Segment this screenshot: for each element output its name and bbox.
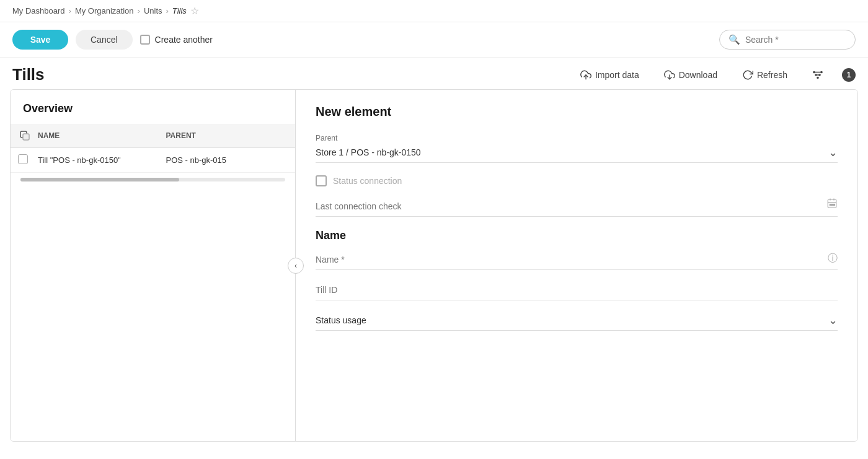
breadcrumb-current: Tills: [172, 6, 187, 15]
till-id-field[interactable]: [316, 282, 838, 300]
status-connection-row: Status connection: [316, 175, 838, 186]
svg-rect-16: [830, 204, 831, 206]
import-icon: [580, 69, 591, 81]
overview-title: Overview: [11, 90, 295, 124]
breadcrumb-dashboard[interactable]: My Dashboard: [12, 6, 65, 15]
horizontal-scrollbar[interactable]: [20, 178, 285, 181]
parent-label: Parent: [316, 134, 838, 142]
table-row: Till "POS - nb-gk-0150" POS - nb-gk-015: [11, 148, 295, 173]
parent-field[interactable]: Parent Store 1 / POS - nb-gk-0150 ⌄: [316, 134, 838, 163]
status-usage-value: Status usage: [316, 313, 366, 328]
main-content: Overview NAME PARENT Till "POS - nb-gk-0…: [10, 89, 858, 442]
overview-panel: Overview NAME PARENT Till "POS - nb-gk-0…: [11, 90, 296, 441]
status-usage-chevron-icon: ⌄: [828, 313, 838, 327]
filter-badge: 1: [842, 68, 856, 82]
download-button[interactable]: Download: [658, 66, 724, 84]
top-bar: My Dashboard › My Organization › Units ›…: [0, 0, 868, 22]
download-icon: [664, 69, 675, 81]
create-another-label[interactable]: Create another: [140, 35, 213, 45]
row-checkbox[interactable]: [18, 154, 28, 164]
svg-point-6: [821, 71, 822, 72]
breadcrumb: My Dashboard › My Organization › Units ›…: [12, 5, 199, 17]
import-data-button[interactable]: Import data: [574, 66, 645, 84]
header-actions: Import data Download Refresh: [574, 66, 856, 84]
refresh-button[interactable]: Refresh: [736, 66, 794, 84]
row-name: Till "POS - nb-gk-0150": [38, 155, 160, 165]
name-field[interactable]: [316, 252, 838, 270]
svg-point-5: [813, 71, 815, 72]
till-id-input[interactable]: [316, 282, 838, 297]
name-section-heading: Name: [316, 229, 838, 242]
filter-button[interactable]: [806, 66, 830, 84]
name-input[interactable]: [316, 252, 838, 267]
search-input[interactable]: [745, 35, 844, 45]
svg-rect-12: [828, 199, 836, 208]
breadcrumb-sep-2: ›: [138, 6, 140, 15]
search-box[interactable]: 🔍: [719, 30, 856, 50]
breadcrumb-org[interactable]: My Organization: [75, 6, 134, 15]
status-usage-field[interactable]: Status usage ⌄: [316, 313, 838, 331]
collapse-panel-button[interactable]: ‹: [288, 258, 304, 274]
filter-icon: [812, 69, 823, 81]
select-all-icon[interactable]: [18, 129, 32, 142]
svg-point-8: [819, 74, 820, 75]
svg-rect-18: [833, 204, 835, 206]
last-connection-field[interactable]: [316, 199, 838, 217]
create-another-checkbox[interactable]: [140, 35, 150, 45]
parent-value: Store 1 / POS - nb-gk-0150: [316, 145, 421, 160]
cancel-button[interactable]: Cancel: [76, 30, 133, 50]
col-header-parent: PARENT: [166, 131, 288, 140]
svg-rect-11: [23, 134, 29, 140]
new-element-title: New element: [316, 105, 838, 119]
status-connection-label: Status connection: [333, 176, 402, 186]
svg-point-7: [815, 74, 817, 75]
table-header: NAME PARENT: [11, 124, 295, 148]
svg-rect-17: [831, 204, 833, 206]
breadcrumb-sep-1: ›: [69, 6, 71, 15]
status-connection-checkbox[interactable]: [316, 175, 327, 186]
detail-panel: New element Parent Store 1 / POS - nb-gk…: [296, 90, 857, 441]
page-title: Tills: [12, 65, 45, 84]
parent-chevron-icon: ⌄: [828, 146, 838, 159]
row-parent: POS - nb-gk-015: [166, 155, 288, 165]
col-header-name: NAME: [38, 131, 160, 140]
scroll-thumb[interactable]: [20, 178, 179, 181]
status-usage-select[interactable]: Status usage ⌄: [316, 313, 838, 328]
search-icon: 🔍: [728, 34, 740, 45]
page-header: Tills Import data Download Refresh: [0, 58, 868, 89]
calendar-icon: [826, 198, 838, 211]
last-connection-input[interactable]: [316, 199, 838, 214]
svg-point-9: [817, 77, 818, 78]
breadcrumb-sep-3: ›: [166, 6, 169, 15]
refresh-icon: [742, 69, 753, 81]
action-bar: Save Cancel Create another 🔍: [0, 22, 868, 58]
favorite-star-icon[interactable]: ☆: [190, 5, 199, 17]
save-button[interactable]: Save: [12, 30, 68, 50]
parent-select[interactable]: Store 1 / POS - nb-gk-0150 ⌄: [316, 145, 838, 160]
breadcrumb-units[interactable]: Units: [144, 6, 162, 15]
